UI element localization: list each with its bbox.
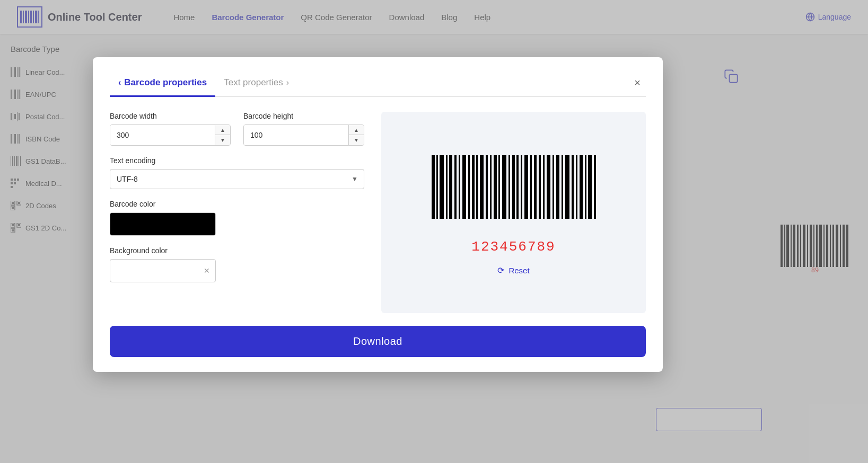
tab-barcode-properties[interactable]: ‹ Barcode properties [110, 74, 215, 97]
tab-text-label: Text properties [224, 77, 283, 88]
svg-rect-110 [576, 155, 577, 219]
svg-rect-100 [530, 155, 532, 219]
svg-rect-114 [594, 155, 596, 219]
reset-label: Reset [508, 266, 529, 275]
chevron-right-icon: › [286, 78, 289, 87]
tab-barcode-label: Barcode properties [124, 77, 207, 88]
barcode-width-input[interactable]: 300 ▲ ▼ [110, 124, 231, 146]
barcode-preview-panel: 123456789 ⟳ Reset [381, 112, 646, 313]
svg-rect-86 [468, 155, 470, 219]
barcode-height-input[interactable]: 100 ▲ ▼ [243, 124, 364, 146]
modal-left-panel: Barcode width 300 ▲ ▼ Barcode height 100 [110, 112, 364, 313]
svg-rect-98 [521, 155, 522, 219]
svg-rect-78 [432, 155, 435, 219]
svg-rect-104 [547, 155, 550, 219]
svg-rect-109 [572, 155, 574, 219]
text-encoding-select-wrapper: UTF-8 ASCII ISO-8859-1 ▼ [110, 169, 364, 189]
svg-rect-82 [449, 155, 452, 219]
background-color-label: Background color [110, 246, 364, 255]
svg-rect-93 [498, 155, 500, 219]
download-button[interactable]: Download [110, 326, 646, 357]
svg-rect-96 [512, 155, 515, 219]
svg-rect-84 [459, 155, 460, 219]
svg-rect-101 [534, 155, 537, 219]
reset-button[interactable]: ⟳ Reset [497, 265, 529, 275]
height-decrement-btn[interactable]: ▼ [349, 135, 364, 145]
svg-rect-80 [440, 155, 444, 219]
svg-rect-89 [480, 155, 484, 219]
width-decrement-btn[interactable]: ▼ [215, 135, 230, 145]
barcode-height-group: Barcode height 100 ▲ ▼ [243, 112, 364, 146]
barcode-width-group: Barcode width 300 ▲ ▼ [110, 112, 231, 146]
svg-rect-99 [524, 155, 528, 219]
text-encoding-select[interactable]: UTF-8 ASCII ISO-8859-1 [110, 169, 364, 189]
svg-rect-112 [585, 155, 586, 219]
modal: ‹ Barcode properties Text properties › ×… [93, 57, 663, 372]
dimensions-row: Barcode width 300 ▲ ▼ Barcode height 100 [110, 112, 364, 146]
height-increment-btn[interactable]: ▲ [349, 125, 364, 135]
svg-rect-81 [446, 155, 448, 219]
svg-rect-91 [490, 155, 492, 219]
svg-rect-105 [553, 155, 554, 219]
width-spinner-buttons: ▲ ▼ [215, 125, 230, 145]
svg-rect-103 [543, 155, 545, 219]
svg-rect-83 [454, 155, 457, 219]
barcode-height-field[interactable]: 100 [244, 125, 348, 145]
barcode-color-group: Barcode color [110, 200, 364, 236]
barcode-color-label: Barcode color [110, 200, 364, 208]
tab-text-properties[interactable]: Text properties › [215, 74, 297, 97]
svg-rect-88 [476, 155, 478, 219]
barcode-preview: 123456789 [429, 150, 599, 255]
text-encoding-group: Text encoding UTF-8 ASCII ISO-8859-1 ▼ [110, 156, 364, 189]
svg-rect-97 [516, 155, 519, 219]
svg-rect-102 [539, 155, 541, 219]
height-spinner-buttons: ▲ ▼ [348, 125, 364, 145]
text-encoding-label: Text encoding [110, 156, 364, 165]
svg-rect-106 [556, 155, 559, 219]
svg-rect-111 [580, 155, 583, 219]
svg-rect-90 [486, 155, 488, 219]
svg-rect-85 [462, 155, 466, 219]
barcode-number: 123456789 [471, 239, 555, 255]
background-color-group: Background color ✕ [110, 246, 364, 282]
svg-rect-94 [502, 155, 506, 219]
close-button[interactable]: × [629, 74, 646, 91]
svg-rect-92 [494, 155, 497, 219]
svg-rect-95 [508, 155, 510, 219]
svg-rect-79 [436, 155, 438, 219]
background-color-swatch[interactable]: ✕ [110, 259, 216, 282]
barcode-width-label: Barcode width [110, 112, 231, 120]
clear-color-icon[interactable]: ✕ [204, 266, 210, 275]
barcode-height-label: Barcode height [243, 112, 364, 120]
modal-tabs: ‹ Barcode properties Text properties › × [110, 74, 646, 97]
svg-rect-113 [588, 155, 592, 219]
barcode-color-swatch[interactable] [110, 212, 216, 236]
barcode-width-field[interactable]: 300 [110, 125, 215, 145]
svg-rect-108 [565, 155, 569, 219]
barcode-image [429, 150, 599, 235]
width-increment-btn[interactable]: ▲ [215, 125, 230, 135]
svg-rect-87 [472, 155, 475, 219]
reset-icon: ⟳ [497, 265, 504, 275]
modal-body: Barcode width 300 ▲ ▼ Barcode height 100 [110, 112, 646, 313]
chevron-left-icon: ‹ [118, 78, 121, 87]
svg-rect-107 [562, 155, 563, 219]
